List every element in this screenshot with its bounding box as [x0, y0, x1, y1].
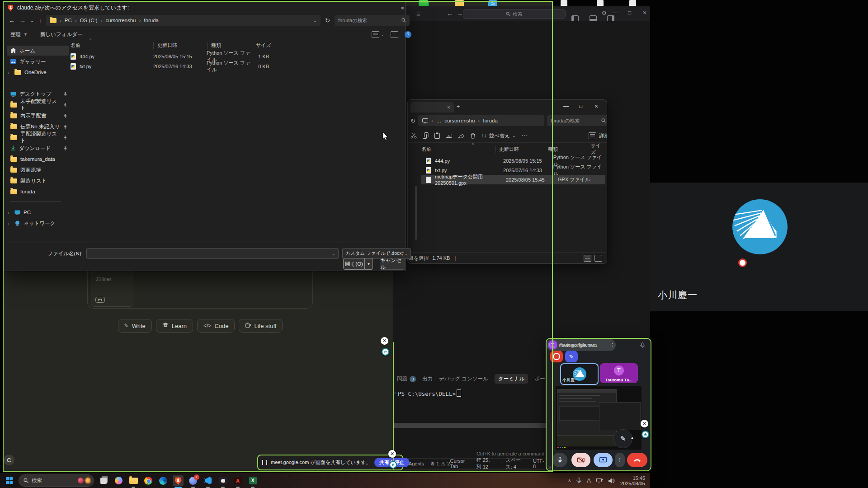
copy-icon[interactable] [423, 132, 429, 139]
status-cursor-tab[interactable]: Cursor Tab [450, 458, 466, 469]
rename-icon[interactable]: A [446, 133, 452, 139]
terminal-prompt[interactable]: PS C:\Users\DELL> [398, 389, 461, 397]
view-mode-button[interactable]: ⌄ [372, 31, 384, 38]
recent-locations-icon[interactable]: ⌄ [30, 18, 34, 23]
learn-button[interactable]: Learn [156, 319, 193, 333]
video-tile-tsutomu[interactable]: T Tsutomu Ta... [600, 363, 638, 383]
tab-problems[interactable]: 問題3 [397, 375, 416, 382]
video-tile-ogawa[interactable]: 小川慶一 [560, 363, 599, 385]
more-options-icon[interactable]: ⋯ [522, 132, 527, 139]
address-dropdown-icon[interactable]: ⌄ [313, 18, 317, 23]
edge-icon[interactable] [158, 475, 169, 486]
paste-icon[interactable] [434, 132, 440, 139]
filename-input[interactable]: ⌄ [86, 248, 339, 259]
sidebar-item-folder[interactable]: 伝票No.未記入リ [7, 122, 69, 131]
preview-pane-button[interactable] [391, 31, 398, 38]
large-icons-view-icon[interactable] [594, 255, 602, 262]
cursor-title-bar[interactable]: ≡ ← → 検索 ⚙ — □ × [393, 6, 650, 21]
expand-icon[interactable]: › [8, 210, 11, 215]
history-back-icon[interactable]: ← [447, 10, 453, 17]
explorer-tab[interactable]: × [410, 102, 454, 113]
expand-icon[interactable]: › [8, 70, 11, 75]
breadcrumb-item[interactable]: PC [65, 18, 72, 23]
start-button[interactable] [4, 475, 14, 486]
filename-dropdown-icon[interactable]: ⌄ [332, 251, 335, 256]
settings-gear-icon[interactable]: ⚙ [602, 10, 607, 16]
camera-off-button[interactable] [571, 453, 590, 467]
file-row-selected[interactable]: mctmapデータ公開用20250501.gpx 2025/08/05 15:4… [421, 175, 605, 184]
ime-indicator[interactable]: A [587, 477, 591, 484]
share-icon[interactable] [458, 133, 464, 139]
sidebar-item-downloads[interactable]: ダウンロード [7, 143, 69, 153]
volume-icon[interactable] [609, 478, 615, 483]
sidebar-item-folder[interactable]: foruda [7, 187, 69, 197]
present-button[interactable] [594, 453, 613, 467]
explorer-search-input[interactable]: forudaの検索 [547, 115, 607, 126]
sidebar-item-folder[interactable]: 図面原簿 [7, 165, 69, 175]
breadcrumb-item[interactable]: cursorrenshu [105, 18, 136, 23]
close-button[interactable]: × [401, 5, 404, 11]
close-button[interactable]: × [594, 103, 598, 110]
sidebar-item-folder[interactable]: 手配済製造リスト [7, 132, 69, 142]
tab-close-icon[interactable]: × [447, 104, 450, 111]
refresh-icon[interactable]: ↻ [410, 117, 415, 124]
up-icon[interactable]: ↑ [38, 17, 42, 24]
breadcrumb-item[interactable]: OS (C:) [80, 18, 98, 23]
column-size[interactable]: サイズ [252, 42, 283, 49]
sidebar-item-folder[interactable]: 製造リスト [7, 176, 69, 186]
teams-icon[interactable]: 1 [188, 475, 198, 486]
details-pane-button[interactable]: 詳細 [589, 132, 607, 139]
mic-button[interactable] [552, 453, 567, 467]
column-type[interactable]: 種類 [544, 146, 587, 153]
column-date[interactable]: 更新日時 [495, 146, 544, 153]
sidebar-item-folder[interactable]: 内示手配書 [7, 111, 69, 121]
file-explorer-icon[interactable] [128, 475, 139, 486]
life-stuff-button[interactable]: Life stuff [239, 319, 283, 333]
breadcrumb-item[interactable]: foruda [483, 118, 498, 123]
resize-handle[interactable]: ⇲ [547, 465, 551, 469]
desktop-document-icon[interactable] [597, 0, 606, 6]
desktop-document-icon[interactable] [629, 0, 638, 6]
status-encoding[interactable]: UTF-8 [533, 458, 544, 469]
excel-icon[interactable]: X [247, 475, 258, 486]
pip-title-bar[interactable]: meet.google.com [549, 341, 646, 350]
open-button[interactable]: 開く(O) [343, 258, 365, 270]
open-dropdown-icon[interactable]: ▼ [365, 258, 373, 270]
claude-composer[interactable]: 25 lines PY [87, 270, 313, 309]
overlay-close-button[interactable]: ✕ [641, 420, 648, 427]
dialog-title-bar[interactable]: claude.aiが次へのアクセスを要求しています: × [4, 2, 409, 13]
forward-icon[interactable]: → [19, 17, 26, 24]
sidebar-item-folder[interactable]: takemura_data [7, 154, 69, 164]
overlay-extension-button[interactable]: e [382, 348, 389, 356]
annotation-fab-icon[interactable]: ✎ [613, 429, 632, 448]
copilot-icon[interactable] [113, 475, 124, 486]
scrollbar[interactable] [415, 186, 417, 240]
sidebar-item-desktop[interactable]: デスクトップ [7, 89, 69, 99]
list-view-icon[interactable] [584, 255, 591, 262]
collapse-icon[interactable]: ▲ [630, 436, 634, 440]
dialog-breadcrumb[interactable]: › PC › OS (C:) › cursorrenshu › foruda ⌄ [46, 15, 321, 26]
desktop-app-icon[interactable]: S [488, 0, 500, 6]
desktop-shortcut-icon[interactable] [419, 0, 430, 6]
refresh-icon[interactable]: ↻ [325, 17, 330, 24]
tray-mic-icon[interactable] [576, 478, 581, 484]
claude-attachment-card[interactable]: 25 lines PY [91, 271, 133, 307]
network-icon[interactable] [596, 478, 603, 483]
code-button[interactable]: </> Code [197, 319, 235, 333]
minimize-button[interactable]: — [612, 9, 618, 16]
cut-icon[interactable] [410, 132, 417, 139]
sidebar-item-onedrive[interactable]: › OneDrive [7, 67, 69, 77]
column-name[interactable]: 名前 [71, 42, 153, 49]
breadcrumb-item[interactable]: cursorrenshu [444, 118, 475, 123]
new-tab-button[interactable]: + [457, 103, 460, 110]
organize-button[interactable]: 整理▼ [10, 31, 28, 38]
open-split-button[interactable]: 開く(O) ▼ [343, 258, 373, 270]
annotate-pen-button[interactable]: ✎ [565, 351, 578, 362]
overlay-extension-button[interactable]: e [642, 431, 649, 438]
write-button[interactable]: ✎ Write [118, 319, 152, 333]
sort-button[interactable]: ↑↓並べ替え⌄ [481, 132, 516, 139]
vscode-icon[interactable] [203, 475, 213, 486]
status-line-col[interactable]: 行 25、列 12 [476, 457, 496, 470]
brave-icon-active[interactable] [173, 475, 184, 486]
column-date[interactable]: 更新日時 [153, 42, 207, 49]
